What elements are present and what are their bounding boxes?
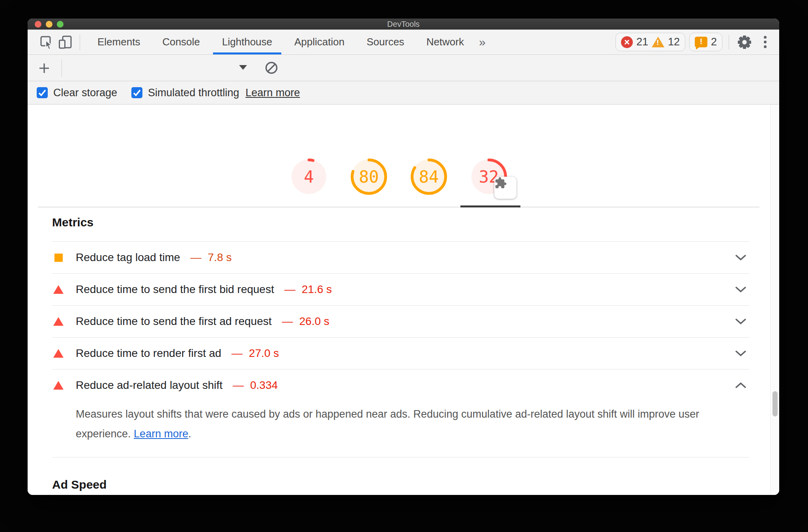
lighthouse-settings-bar: Clear storage Simulated throttling Learn… — [28, 81, 779, 105]
category-divider — [38, 207, 759, 207]
device-toolbar-button[interactable] — [58, 34, 73, 50]
chevron-down-icon[interactable] — [734, 318, 747, 325]
throttling-learn-more-link[interactable]: Learn more — [245, 87, 300, 99]
audit-row-toggle[interactable]: Reduce tag load time—7.8 s — [52, 242, 750, 273]
devtools-window: DevTools ElementsConsoleLighthouseApplic… — [28, 19, 779, 495]
title-bar: DevTools — [28, 19, 779, 30]
issues-icon — [695, 37, 707, 47]
audit-dash: — — [233, 379, 244, 392]
audit-value: 21.6 s — [302, 283, 332, 296]
ad-speed-heading: Ad Speed — [52, 478, 750, 491]
audit-dash: — — [282, 315, 293, 328]
chevron-down-icon[interactable] — [734, 350, 747, 357]
tab-application[interactable]: Application — [283, 30, 355, 54]
audit-value: 0.334 — [250, 379, 278, 392]
clear-storage-checkbox[interactable] — [37, 87, 48, 98]
category-gauge-score-80[interactable]: 80 — [351, 159, 387, 195]
gauge-score: 80 — [351, 159, 387, 195]
audit-dash: — — [191, 251, 202, 264]
audit-row: Reduce tag load time—7.8 s — [52, 241, 750, 273]
audit-description-period: . — [188, 428, 191, 440]
more-options-button[interactable] — [760, 34, 771, 50]
simulated-throttling-label[interactable]: Simulated throttling — [148, 87, 239, 99]
audit-title: Reduce time to send the first ad request — [76, 315, 272, 328]
gauge-score: 4 — [291, 159, 327, 195]
plugin-badge — [494, 177, 516, 199]
fail-triangle-icon — [52, 381, 76, 390]
fail-triangle-icon — [52, 317, 76, 326]
audit-section: Reduce tag load time—7.8 sReduce time to… — [52, 241, 750, 491]
gauge-row: 4 80 84 32 — [28, 159, 770, 195]
metrics-heading: Metrics — [52, 216, 94, 229]
dot — [764, 36, 767, 39]
simulated-throttling-checkbox[interactable] — [131, 87, 142, 98]
report-select-dropdown[interactable] — [239, 65, 247, 70]
audit-description: Measures layout shifts that were caused … — [76, 404, 723, 444]
tab-strip: ElementsConsoleLighthouseApplicationSour… — [86, 30, 475, 54]
category-gauge-score-32[interactable]: 32 — [471, 159, 507, 195]
clear-storage-label[interactable]: Clear storage — [53, 87, 117, 99]
dot — [764, 41, 767, 43]
fail-triangle-icon — [52, 349, 76, 358]
inspect-cursor-icon — [39, 34, 54, 50]
audit-learn-more-link[interactable]: Learn more — [134, 428, 188, 440]
chevron-up-icon[interactable] — [734, 382, 747, 389]
audit-dash: — — [284, 283, 296, 296]
chevron-down-icon[interactable] — [734, 286, 747, 293]
inspect-element-button[interactable] — [39, 34, 54, 50]
scrollbar-track[interactable] — [770, 105, 779, 495]
audit-row-toggle[interactable]: Reduce time to send the first ad request… — [52, 306, 750, 337]
warning-count: 12 — [668, 36, 680, 48]
checkmark-icon — [132, 88, 142, 98]
toolbar-separator — [62, 60, 62, 77]
desktop-background: DevTools ElementsConsoleLighthouseApplic… — [0, 0, 808, 532]
tab-console[interactable]: Console — [151, 30, 211, 54]
fail-triangle-icon — [52, 285, 76, 294]
selected-category-indicator — [460, 205, 520, 207]
audit-dash: — — [232, 347, 243, 360]
issues-button[interactable]: 2 — [689, 33, 722, 51]
audit-row: Reduce time to send the first bid reques… — [52, 273, 750, 305]
tab-elements[interactable]: Elements — [86, 30, 151, 54]
tab-network[interactable]: Network — [415, 30, 475, 54]
plus-icon — [37, 62, 51, 75]
audit-title: Reduce time to send the first bid reques… — [76, 283, 274, 296]
toolbar-separator — [80, 34, 80, 50]
puzzle-piece-icon — [494, 177, 507, 189]
main-toolbar: ElementsConsoleLighthouseApplicationSour… — [28, 30, 779, 55]
new-audit-button[interactable] — [36, 60, 52, 76]
gauge-score: 84 — [411, 159, 447, 195]
audit-row-toggle[interactable]: Reduce ad-related layout shift—0.334 — [52, 370, 750, 401]
average-square-icon — [52, 254, 76, 262]
issue-count: 2 — [711, 36, 717, 48]
window-title: DevTools — [28, 20, 779, 29]
audit-value: 26.0 s — [299, 315, 329, 328]
chevron-down-icon[interactable] — [734, 254, 747, 261]
clear-reports-button[interactable] — [264, 60, 279, 76]
audit-row-toggle[interactable]: Reduce time to render first ad—27.0 s — [52, 338, 750, 369]
error-count: 21 — [636, 36, 648, 48]
audit-row: Reduce time to send the first ad request… — [52, 305, 750, 337]
tab-sources[interactable]: Sources — [355, 30, 415, 54]
warning-icon — [652, 37, 664, 47]
tab-lighthouse[interactable]: Lighthouse — [211, 30, 283, 54]
audit-row: Reduce time to render first ad—27.0 s — [52, 337, 750, 369]
dot — [764, 45, 767, 48]
more-tabs-button[interactable]: » — [479, 35, 486, 49]
audit-value: 27.0 s — [249, 347, 279, 360]
category-gauge-score-84[interactable]: 84 — [411, 159, 447, 195]
settings-button[interactable] — [737, 35, 752, 50]
console-errors-warnings-button[interactable]: 21 12 — [615, 33, 685, 51]
device-toolbar-icon — [58, 34, 73, 50]
audit-row-toggle[interactable]: Reduce time to send the first bid reques… — [52, 274, 750, 305]
audit-title: Reduce time to render first ad — [76, 347, 221, 360]
toolbar-separator — [729, 35, 729, 49]
audit-title: Reduce ad-related layout shift — [76, 379, 223, 392]
lighthouse-report: 4 80 84 32 Metrics Reduce tag load time—… — [28, 105, 779, 495]
audit-title: Reduce tag load time — [76, 251, 180, 264]
toolbar-right-cluster: 21 12 2 — [615, 33, 771, 51]
checkmark-icon — [37, 88, 47, 98]
category-gauge-score-4[interactable]: 4 — [291, 159, 327, 195]
lighthouse-action-bar — [28, 55, 779, 81]
scrollbar-thumb[interactable] — [772, 391, 778, 416]
